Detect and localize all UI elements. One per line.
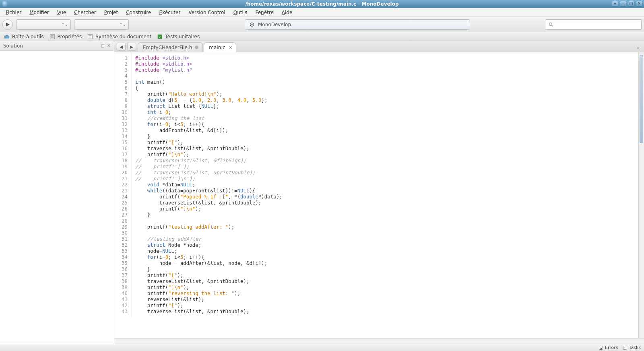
pad-outline[interactable]: Synthèse du document <box>87 34 151 39</box>
tab-label: EmptyCHeaderFile.h <box>143 45 192 50</box>
tab-close-button[interactable]: × <box>229 45 233 50</box>
horizontal-scrollbar[interactable] <box>114 338 644 344</box>
run-button[interactable] <box>2 19 13 30</box>
tab-emptycheaderfile-h[interactable]: EmptyCHeaderFile.h <box>138 42 203 52</box>
code-content[interactable]: #include <stdio.h> #include <stdlib.h> #… <box>132 52 286 317</box>
editor-region: ◀ ▶ EmptyCHeaderFile.hmain.c× ⌄ 1 2 3 4 … <box>114 41 644 344</box>
menu-outils[interactable]: Outils <box>230 9 251 16</box>
pad-outline-label: Synthèse du document <box>95 34 151 39</box>
window-minimize-button[interactable]: – <box>620 1 626 6</box>
window-close-button[interactable]: ✕ <box>636 1 642 6</box>
tab-label: main.c <box>209 45 225 50</box>
tab-overflow-button[interactable]: ⌄ <box>636 44 640 50</box>
menu-aide[interactable]: Aide <box>279 9 296 16</box>
status-bar: × Errors ✓ Tasks <box>0 344 644 351</box>
pad-toolbar: Boîte à outils Propriétés Synthèse du do… <box>0 32 644 41</box>
pad-properties[interactable]: Propriétés <box>50 34 82 39</box>
nav-forward-button[interactable]: ▶ <box>127 43 136 51</box>
pad-toolbox[interactable]: Boîte à outils <box>4 34 44 39</box>
svg-rect-12 <box>89 35 92 36</box>
svg-rect-13 <box>89 37 91 37</box>
pad-unit-tests[interactable]: ✓ Tests unitaires <box>157 34 200 39</box>
svg-marker-0 <box>6 23 10 27</box>
tests-icon: ✓ <box>157 34 163 39</box>
status-errors-label: Errors <box>605 345 618 350</box>
window-roll-button[interactable]: ▾ <box>612 1 618 6</box>
pad-close-button[interactable]: ✕ <box>107 43 111 48</box>
window-titlebar: /home/roxas/workspace/C-testing/main.c -… <box>0 0 644 8</box>
dirty-indicator-icon <box>195 45 198 49</box>
toolbox-icon <box>4 34 10 39</box>
pad-undock-button[interactable]: ◻ <box>101 43 105 48</box>
status-field[interactable]: MonoDevelop <box>245 19 470 30</box>
configuration-combo[interactable]: ⌃⌄ <box>16 19 71 30</box>
app-icon <box>2 1 8 7</box>
tab-main-c[interactable]: main.c× <box>204 42 236 52</box>
menu-bar: FichierModifierVueChercherProjetConstrui… <box>0 8 644 17</box>
global-search-input[interactable] <box>545 19 642 30</box>
main-toolbar: ⌃⌄ ⌃⌄ MonoDevelop <box>0 17 644 32</box>
pad-properties-label: Propriétés <box>58 34 82 39</box>
svg-rect-5 <box>4 35 9 38</box>
menu-version-control[interactable]: Version Control <box>185 9 228 16</box>
line-number-gutter: 1 2 3 4 5 6 7 8 9 10 11 12 13 14 15 16 1… <box>114 52 132 317</box>
properties-icon <box>50 34 55 39</box>
search-icon <box>549 22 553 27</box>
menu-exécuter[interactable]: Exécuter <box>156 9 184 16</box>
chevron-updown-icon: ⌃⌄ <box>119 22 126 27</box>
window-maximize-button[interactable]: ▢ <box>628 1 634 6</box>
status-errors[interactable]: × Errors <box>599 345 618 350</box>
tasks-checkbox-icon: ✓ <box>623 346 627 350</box>
status-field-text: MonoDevelop <box>258 22 291 27</box>
scrollbar-thumb[interactable] <box>640 55 643 143</box>
window-title: /home/roxas/workspace/C-testing/main.c -… <box>0 1 644 7</box>
menu-modifier[interactable]: Modifier <box>26 9 52 16</box>
menu-vue[interactable]: Vue <box>54 9 69 16</box>
svg-point-2 <box>251 24 252 25</box>
menu-projet[interactable]: Projet <box>101 9 121 16</box>
menu-construire[interactable]: Construire <box>123 9 154 16</box>
chevron-updown-icon: ⌃⌄ <box>61 22 68 27</box>
pad-toolbox-label: Boîte à outils <box>12 34 44 39</box>
solution-pad-title: Solution <box>3 43 23 49</box>
status-tasks[interactable]: ✓ Tasks <box>623 345 641 350</box>
pad-unit-tests-label: Tests unitaires <box>165 34 200 39</box>
nav-back-button[interactable]: ◀ <box>117 43 126 51</box>
target-combo[interactable]: ⌃⌄ <box>74 19 129 30</box>
svg-text:✓: ✓ <box>159 35 161 39</box>
solution-pad-header: Solution ◻ ✕ <box>0 41 114 51</box>
vertical-scrollbar[interactable] <box>638 52 644 338</box>
svg-line-4 <box>552 25 553 26</box>
menu-fenêtre[interactable]: Fenêtre <box>252 9 277 16</box>
svg-rect-6 <box>6 35 8 36</box>
svg-point-3 <box>549 23 552 25</box>
status-tasks-label: Tasks <box>629 345 641 350</box>
outline-icon <box>87 34 93 39</box>
errors-checkbox-icon: × <box>599 346 603 350</box>
tab-bar: ◀ ▶ EmptyCHeaderFile.hmain.c× ⌄ <box>114 41 644 52</box>
code-editor[interactable]: 1 2 3 4 5 6 7 8 9 10 11 12 13 14 15 16 1… <box>114 52 638 338</box>
menu-chercher[interactable]: Chercher <box>71 9 99 16</box>
solution-pad: Solution ◻ ✕ <box>0 41 114 344</box>
gear-icon <box>249 22 255 27</box>
play-icon <box>5 22 10 27</box>
menu-fichier[interactable]: Fichier <box>2 9 25 16</box>
